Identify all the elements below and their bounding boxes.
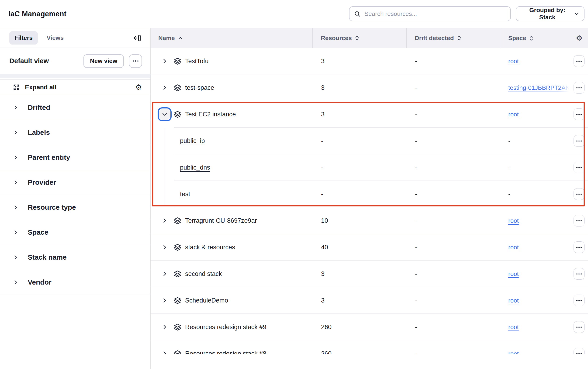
expand-row-button[interactable] bbox=[159, 215, 170, 226]
view-more-button[interactable] bbox=[129, 54, 142, 68]
filters-settings-gear-icon[interactable]: ⚙ bbox=[135, 83, 142, 91]
expand-row-button[interactable] bbox=[159, 348, 170, 354]
space-link[interactable]: testing-01JBBRPT2AN bbox=[508, 84, 570, 92]
column-header-space[interactable]: Space bbox=[500, 34, 570, 42]
expand-row-button[interactable] bbox=[159, 295, 170, 306]
resource-link[interactable]: test bbox=[180, 191, 190, 198]
table-row[interactable]: Test EC2 instance3-root bbox=[151, 101, 588, 128]
filter-section-labels[interactable]: Labels bbox=[0, 120, 150, 145]
expand-row-button[interactable] bbox=[159, 242, 170, 253]
table-row[interactable]: Terragrunt-CU-8697ze9ar10-root bbox=[151, 207, 588, 234]
filter-section-label: Parent entity bbox=[28, 154, 70, 161]
table-row[interactable]: Resources redesign stack #9260-root bbox=[151, 314, 588, 340]
chevron-right-icon bbox=[13, 205, 19, 210]
space-link[interactable]: root bbox=[508, 324, 519, 330]
stack-layers-icon bbox=[174, 270, 181, 277]
filter-section-stack-name[interactable]: Stack name bbox=[0, 245, 150, 270]
filter-section-resource-type[interactable]: Resource type bbox=[0, 195, 150, 220]
tab-filters[interactable]: Filters bbox=[9, 31, 38, 45]
filter-section-vendor[interactable]: Vendor bbox=[0, 270, 150, 295]
table-row[interactable]: Resources redesign stack #8260-root bbox=[151, 340, 588, 354]
column-settings-gear-icon[interactable]: ⚙ bbox=[576, 34, 582, 42]
chevron-down-icon bbox=[574, 11, 579, 17]
column-settings-cell: ⚙ bbox=[570, 34, 588, 42]
column-label: Resources bbox=[321, 34, 352, 42]
row-actions-button[interactable] bbox=[574, 295, 585, 306]
expand-row-button[interactable] bbox=[159, 82, 170, 93]
resource-link[interactable]: public_ip bbox=[180, 137, 205, 145]
resources-count: 3 bbox=[312, 84, 406, 92]
search-icon bbox=[354, 11, 360, 17]
table-row[interactable]: public_dns--- bbox=[151, 154, 588, 181]
row-actions-button[interactable] bbox=[574, 348, 585, 354]
chevron-right-icon bbox=[13, 105, 19, 110]
resources-count: - bbox=[312, 164, 406, 171]
expand-row-button[interactable] bbox=[159, 268, 170, 279]
column-header-name[interactable]: Name bbox=[151, 34, 312, 42]
collapse-sidebar-button[interactable] bbox=[132, 33, 142, 43]
table-row[interactable]: test-space3-testing-01JBBRPT2AN bbox=[151, 74, 588, 101]
stack-layers-icon bbox=[174, 84, 181, 92]
resource-link[interactable]: public_dns bbox=[180, 164, 210, 171]
filter-section-drifted[interactable]: Drifted bbox=[0, 95, 150, 120]
row-actions-button[interactable] bbox=[574, 321, 585, 333]
stack-name: Terragrunt-CU-8697ze9ar bbox=[185, 217, 257, 224]
row-actions-button[interactable] bbox=[574, 188, 585, 200]
stack-name: second stack bbox=[185, 270, 222, 277]
row-actions-button[interactable] bbox=[574, 268, 585, 280]
child-resource-rows: public_ip---public_dns---test--- bbox=[151, 128, 588, 207]
table-row[interactable]: ScheduleDemo3-root bbox=[151, 287, 588, 314]
resources-count: - bbox=[312, 191, 406, 198]
space-link[interactable]: root bbox=[508, 350, 519, 355]
space-link[interactable]: root bbox=[508, 270, 519, 277]
space-value: - bbox=[500, 164, 570, 171]
expand-all-button[interactable]: Expand all bbox=[13, 84, 56, 91]
search-input[interactable] bbox=[364, 10, 506, 18]
grouped-by-label: Grouped by: Stack bbox=[521, 7, 574, 21]
column-header-resources[interactable]: Resources bbox=[312, 34, 406, 42]
table-row[interactable]: test--- bbox=[151, 181, 588, 207]
filter-section-label: Vendor bbox=[28, 278, 51, 286]
row-actions-button[interactable] bbox=[574, 108, 585, 120]
stack-layers-icon bbox=[174, 58, 181, 65]
grouped-by-dropdown[interactable]: Grouped by: Stack bbox=[516, 6, 585, 21]
table-row[interactable]: stack & resources40-root bbox=[151, 234, 588, 261]
table-row[interactable]: public_ip--- bbox=[151, 128, 588, 154]
expand-all-row: Expand all ⚙ bbox=[0, 79, 150, 95]
expand-row-button[interactable] bbox=[159, 56, 170, 66]
space-link[interactable]: root bbox=[508, 217, 519, 224]
filter-section-parent-entity[interactable]: Parent entity bbox=[0, 145, 150, 170]
expand-row-button[interactable] bbox=[159, 322, 170, 332]
row-actions-button[interactable] bbox=[574, 215, 585, 226]
sort-ascending-icon bbox=[178, 37, 182, 40]
filter-section-label: Stack name bbox=[28, 253, 67, 261]
row-actions-button[interactable] bbox=[574, 135, 585, 147]
new-view-button[interactable]: New view bbox=[83, 54, 124, 68]
sort-both-icon bbox=[355, 36, 359, 41]
column-header-drift-detected[interactable]: Drift detected bbox=[406, 34, 500, 42]
filter-section-space[interactable]: Space bbox=[0, 220, 150, 245]
tab-views[interactable]: Views bbox=[41, 31, 69, 45]
resources-count: 3 bbox=[312, 297, 406, 304]
chevron-right-icon bbox=[13, 229, 19, 235]
drift-value: - bbox=[406, 84, 500, 92]
collapse-row-button[interactable] bbox=[159, 109, 170, 120]
row-actions-button[interactable] bbox=[574, 55, 585, 67]
filter-section-provider[interactable]: Provider bbox=[0, 170, 150, 195]
space-link[interactable]: root bbox=[508, 111, 519, 118]
table-row[interactable]: TestTofu3-root bbox=[151, 48, 588, 74]
space-link[interactable]: root bbox=[508, 244, 519, 251]
filter-section-label: Drifted bbox=[28, 103, 50, 112]
space-link[interactable]: root bbox=[508, 58, 519, 65]
drift-value: - bbox=[406, 58, 500, 65]
search-box[interactable] bbox=[349, 6, 511, 21]
table-row[interactable]: second stack3-root bbox=[151, 261, 588, 287]
space-value: - bbox=[500, 137, 570, 145]
stack-layers-icon bbox=[174, 324, 181, 331]
chevron-right-icon bbox=[13, 180, 19, 185]
row-actions-button[interactable] bbox=[574, 82, 585, 93]
row-actions-button[interactable] bbox=[574, 162, 585, 173]
row-actions-button[interactable] bbox=[574, 241, 585, 253]
sidebar-tabs: Filters Views bbox=[0, 28, 150, 48]
space-link[interactable]: root bbox=[508, 297, 519, 304]
